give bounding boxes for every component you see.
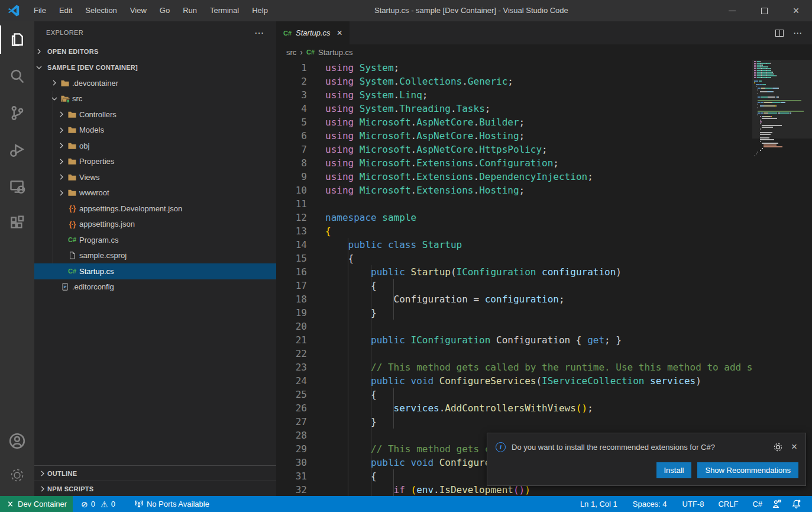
chevron-spacer — [50, 282, 59, 292]
editor-more-actions-icon[interactable]: ⋯ — [793, 28, 803, 38]
source-control-icon[interactable] — [0, 95, 34, 131]
npm-scripts-section[interactable]: NPM SCRIPTS — [34, 481, 276, 496]
code-text — [307, 429, 325, 442]
code-line[interactable]: 19 } — [276, 306, 812, 320]
split-editor-icon[interactable] — [775, 30, 784, 37]
folder-icon — [66, 188, 78, 198]
code-line[interactable]: 14 public class Startup — [276, 238, 812, 252]
language-mode[interactable]: C# — [748, 496, 767, 512]
tab-startup-cs[interactable]: C# Startup.cs × — [276, 21, 350, 44]
code-lines: 1using System;2using System.Collections.… — [276, 61, 812, 496]
code-line[interactable]: 17 { — [276, 279, 812, 292]
tree-item-obj[interactable]: obj — [34, 138, 276, 154]
eol-setting[interactable]: CRLF — [713, 496, 743, 512]
minimap-slider[interactable] — [752, 60, 812, 139]
code-text: using Microsoft.AspNetCore.HttpsPolicy; — [307, 143, 548, 156]
code-line[interactable]: 24 public void ConfigureServices(IServic… — [276, 374, 812, 388]
code-line[interactable]: 25 { — [276, 388, 812, 401]
tree-item-properties[interactable]: Properties — [34, 154, 276, 170]
code-line[interactable]: 18 Configuration = configuration; — [276, 292, 812, 306]
code-line[interactable]: 11 — [276, 197, 812, 211]
extensions-icon[interactable] — [0, 205, 34, 241]
account-icon[interactable] — [0, 424, 34, 458]
install-button[interactable]: Install — [656, 462, 692, 478]
problems-indicator[interactable]: ⊘ 0 ⚠ 0 — [76, 496, 120, 512]
chevron-right-icon — [57, 157, 66, 166]
tree-item-startup-cs[interactable]: C#Startup.cs — [34, 263, 276, 279]
menu-item-go[interactable]: Go — [153, 0, 176, 21]
ports-indicator[interactable]: No Ports Available — [130, 496, 214, 512]
minimap[interactable] — [752, 60, 812, 496]
code-line[interactable]: 5using Microsoft.AspNetCore.Builder; — [276, 115, 812, 129]
code-line[interactable]: 6using Microsoft.AspNetCore.Hosting; — [276, 129, 812, 143]
menu-item-edit[interactable]: Edit — [53, 0, 79, 21]
code-line[interactable]: 7using Microsoft.AspNetCore.HttpsPolicy; — [276, 143, 812, 156]
code-editor[interactable]: 1using System;2using System.Collections.… — [276, 60, 812, 496]
breadcrumb-file[interactable]: Startup.cs — [318, 48, 353, 57]
code-line[interactable]: 1using System; — [276, 61, 812, 75]
tree-item-appsettings-json[interactable]: {·}appsettings.json — [34, 217, 276, 233]
code-line[interactable]: 8using Microsoft.Extensions.Configuratio… — [276, 156, 812, 170]
explorer-actions-icon[interactable]: ⋯ — [254, 27, 264, 38]
line-number: 9 — [276, 170, 307, 183]
tree-item-wwwroot[interactable]: wwwroot — [34, 185, 276, 201]
maximize-button[interactable] — [748, 0, 780, 21]
indent-guide — [371, 265, 371, 496]
tree-item-models[interactable]: Models — [34, 123, 276, 139]
chevron-right-icon — [57, 110, 66, 119]
code-line[interactable]: 4using System.Threading.Tasks; — [276, 102, 812, 115]
indentation-setting[interactable]: Spaces: 4 — [628, 496, 672, 512]
menu-item-file[interactable]: File — [27, 0, 53, 21]
tree-item-views[interactable]: Views — [34, 169, 276, 185]
line-number: 31 — [276, 469, 307, 483]
code-line[interactable]: 2using System.Collections.Generic; — [276, 75, 812, 88]
tree-item--editorconfig[interactable]: .editorconfig — [34, 279, 276, 295]
code-line[interactable]: 22 — [276, 347, 812, 360]
line-number: 11 — [276, 197, 307, 211]
code-line[interactable]: 20 — [276, 320, 812, 333]
menu-item-selection[interactable]: Selection — [79, 0, 123, 21]
outline-section[interactable]: OUTLINE — [34, 465, 276, 481]
explorer-icon[interactable] — [0, 21, 34, 58]
tree-item-appsettings-development-json[interactable]: {·}appsettings.Development.json — [34, 201, 276, 217]
code-line[interactable]: 13{ — [276, 224, 812, 238]
tree-item-src[interactable]: src — [34, 91, 276, 107]
encoding-setting[interactable]: UTF-8 — [678, 496, 709, 512]
open-editors-section[interactable]: OPEN EDITORS — [34, 44, 276, 60]
tree-item-controllers[interactable]: Controllers — [34, 107, 276, 123]
code-line[interactable]: 12namespace sample — [276, 211, 812, 224]
workspace-root-section[interactable]: SAMPLE [DEV CONTAINER] — [34, 60, 276, 76]
cursor-position[interactable]: Ln 1, Col 1 — [575, 496, 622, 512]
gear-icon[interactable] — [773, 442, 783, 452]
tree-item--devcontainer[interactable]: .devcontainer — [34, 75, 276, 91]
minimize-button[interactable] — [716, 0, 748, 21]
close-window-button[interactable]: × — [780, 0, 812, 21]
show-recommendations-button[interactable]: Show Recommendations — [697, 462, 798, 478]
remote-indicator[interactable]: Dev Container — [0, 496, 73, 512]
notifications-bell-icon[interactable] — [787, 496, 806, 512]
code-line[interactable]: 27 } — [276, 415, 812, 429]
code-line[interactable]: 3using System.Linq; — [276, 88, 812, 102]
tree-item-program-cs[interactable]: C#Program.cs — [34, 232, 276, 248]
settings-gear-icon[interactable] — [0, 458, 34, 492]
run-debug-icon[interactable] — [0, 131, 34, 168]
code-line[interactable]: 10using Microsoft.Extensions.Hosting; — [276, 183, 812, 197]
feedback-icon[interactable] — [767, 496, 787, 512]
code-line[interactable]: 15 { — [276, 252, 812, 265]
menu-item-run[interactable]: Run — [176, 0, 203, 21]
code-line[interactable]: 26 services.AddControllersWithViews(); — [276, 401, 812, 415]
error-icon: ⊘ — [81, 500, 88, 508]
menu-item-help[interactable]: Help — [245, 0, 274, 21]
close-notification-icon[interactable]: × — [791, 441, 797, 453]
code-line[interactable]: 16 public Startup(IConfiguration configu… — [276, 265, 812, 279]
close-tab-icon[interactable]: × — [337, 28, 342, 38]
remote-explorer-icon[interactable] — [0, 168, 34, 205]
search-icon[interactable] — [0, 58, 34, 95]
menu-item-view[interactable]: View — [124, 0, 153, 21]
tree-item-sample-csproj[interactable]: sample.csproj — [34, 248, 276, 264]
menu-item-terminal[interactable]: Terminal — [203, 0, 245, 21]
code-line[interactable]: 21 public IConfiguration Configuration {… — [276, 333, 812, 347]
code-line[interactable]: 9using Microsoft.Extensions.DependencyIn… — [276, 170, 812, 183]
breadcrumb-folder[interactable]: src — [286, 48, 296, 57]
code-line[interactable]: 23 // This method gets called by the run… — [276, 360, 812, 374]
